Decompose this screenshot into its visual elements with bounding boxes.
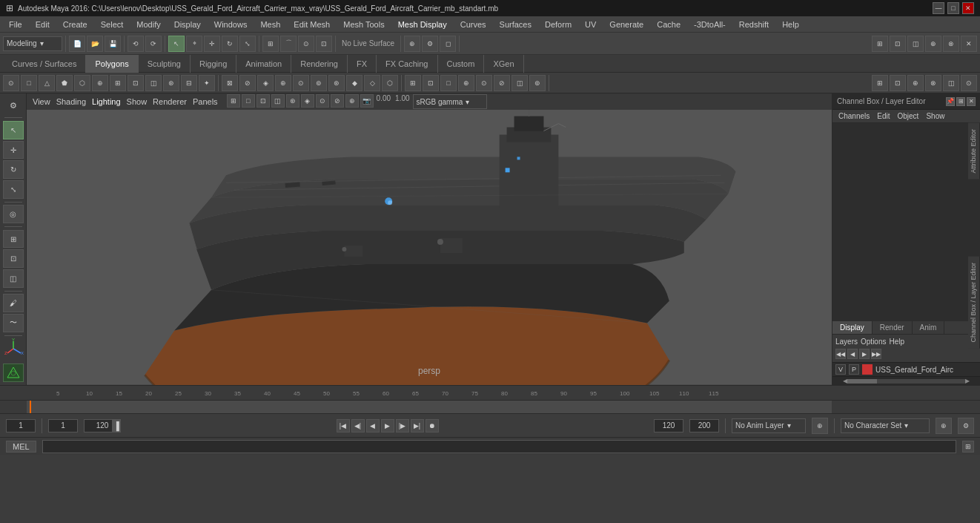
poly-tool-20[interactable]: ◆ [346,75,362,91]
open-scene-icon[interactable]: 📂 [87,36,103,52]
right-poly-icon-2[interactable]: ⊡ [890,75,906,91]
menu-mesh-tools[interactable]: Mesh Tools [337,17,390,32]
menu-3dto-all[interactable]: -3DtoAll- [688,17,732,32]
viewport-menu-view[interactable]: View [33,97,50,106]
move-tool-btn[interactable]: ✛ [3,141,24,159]
go-to-end-btn[interactable]: ▶| [411,419,424,432]
right-poly-icon-5[interactable]: ◫ [943,75,959,91]
right-icon-1[interactable]: ⊞ [872,36,888,52]
attribute-editor-tab[interactable]: Attribute Editor [968,123,980,180]
snap-curve-icon[interactable]: ⌒ [280,36,297,52]
char-set-dropdown[interactable]: No Character Set ▾ [841,418,930,433]
vp-tool-1[interactable]: ⊞ [227,94,240,108]
tab-sculpting[interactable]: Sculpting [139,55,191,73]
right-icon-6[interactable]: ✕ [961,36,977,52]
gamma-dropdown[interactable]: sRGB gamma ▾ [413,94,487,109]
lasso-tool-icon[interactable]: ⌖ [186,36,202,52]
undo-icon[interactable]: ⟲ [128,36,144,52]
poly-tool-16[interactable]: ⊕ [275,75,291,91]
tab-fx-caching[interactable]: FX Caching [377,55,437,73]
snap-grid-icon[interactable]: ⊞ [262,36,279,52]
poly-tool-12[interactable]: ✦ [199,75,215,91]
tab-rendering[interactable]: Rendering [291,55,348,73]
poly-tool-3[interactable]: △ [39,75,55,91]
viewport-menu-renderer[interactable]: Renderer [153,97,187,106]
move-tool-icon[interactable]: ✛ [204,36,220,52]
vp-tool-6[interactable]: ◈ [301,94,314,108]
anim-layer-dropdown[interactable]: No Anim Layer ▾ [732,418,806,433]
layers-menu-help[interactable]: Help [889,338,904,346]
cb-menu-edit[interactable]: Edit [874,111,893,121]
status-icon-1[interactable]: ⊞ [962,441,974,453]
menu-edit[interactable]: Edit [30,17,56,32]
scroll-right-arrow[interactable]: ▶ [965,378,970,384]
view-btn-3[interactable]: ◫ [3,269,24,288]
channel-box-close-icon[interactable]: ✕ [967,97,976,106]
play-forward-btn[interactable]: ▶ [381,419,394,432]
poly-tool-29[interactable]: ◫ [511,75,528,91]
step-back-btn[interactable]: ◀| [351,419,365,432]
poly-tool-24[interactable]: ⊡ [423,75,439,91]
new-scene-icon[interactable]: 📄 [69,36,85,52]
layer-playback-btn[interactable]: P [849,364,859,375]
poly-tool-14[interactable]: ⊘ [239,75,256,91]
paint-btn[interactable]: 🖌 [3,294,24,312]
select-tool-btn[interactable]: ↖ [3,121,24,139]
menu-surfaces[interactable]: Surfaces [494,17,537,32]
range-end-2-field[interactable]: 120 [654,419,683,432]
mode-dropdown[interactable]: Modeling ▾ [3,36,62,51]
poly-tool-23[interactable]: ⊞ [405,75,421,91]
poly-tool-27[interactable]: ⊙ [476,75,492,91]
vp-tool-3[interactable]: ⊡ [256,94,270,108]
right-icon-5[interactable]: ⊗ [943,36,959,52]
poly-tool-25[interactable]: □ [440,75,457,91]
poly-tool-30[interactable]: ⊚ [529,75,546,91]
layers-menu-options[interactable]: Options [861,338,886,346]
hardware-render-icon[interactable]: ◻ [440,36,456,52]
poly-tool-10[interactable]: ⊛ [163,75,179,91]
menu-help[interactable]: Help [776,17,805,32]
tab-anim[interactable]: Anim [913,321,945,334]
cb-menu-show[interactable]: Show [923,111,947,121]
minimize-button[interactable]: — [933,2,944,14]
menu-mesh[interactable]: Mesh [254,17,286,32]
menu-create[interactable]: Create [57,17,93,32]
menu-deform[interactable]: Deform [539,17,577,32]
step-forward-btn[interactable]: |▶ [396,419,409,432]
char-set-icon-1[interactable]: ⊕ [936,418,952,434]
poly-tool-28[interactable]: ⊘ [494,75,510,91]
menu-generate[interactable]: Generate [603,17,649,32]
right-poly-icon-6[interactable]: ⊙ [961,75,977,91]
poly-tool-6[interactable]: ⊕ [92,75,108,91]
tab-curves-surfaces[interactable]: Curves / Surfaces [3,55,86,73]
layer-icon-4[interactable]: ▶▶ [871,349,881,359]
menu-windows[interactable]: Windows [208,17,254,32]
tab-animation[interactable]: Animation [236,55,291,73]
menu-redshift[interactable]: Redshift [733,17,775,32]
layer-icon-1[interactable]: ◀◀ [835,349,846,359]
poly-tool-8[interactable]: ⊡ [128,75,144,91]
layers-menu-layers[interactable]: Layers [835,338,858,346]
menu-cache[interactable]: Cache [651,17,686,32]
poly-tool-2[interactable]: □ [21,75,37,91]
vp-tool-7[interactable]: ⊙ [316,94,329,108]
anim-layer-icon[interactable]: ⊕ [812,418,828,434]
view-btn-1[interactable]: ⊞ [3,230,24,249]
viewport-menu-shading[interactable]: Shading [56,97,86,106]
channel-box-layer-editor-tab[interactable]: Channel Box / Layer Editor [968,257,980,349]
render-settings-icon[interactable]: ⚙ [422,36,438,52]
timeline-bar[interactable] [27,401,832,413]
tab-custom[interactable]: Custom [438,55,485,73]
menu-edit-mesh[interactable]: Edit Mesh [288,17,336,32]
title-bar-controls[interactable]: — □ ✕ [933,2,974,14]
right-poly-icon-3[interactable]: ⊕ [907,75,924,91]
poly-tool-9[interactable]: ◫ [145,75,162,91]
save-scene-icon[interactable]: 💾 [105,36,121,52]
command-input[interactable] [42,440,956,453]
close-button[interactable]: ✕ [962,2,974,14]
layer-icon-3[interactable]: ▶ [859,349,870,359]
vp-tool-5[interactable]: ⊛ [286,94,299,108]
tab-rigging[interactable]: Rigging [191,55,236,73]
right-poly-icon-1[interactable]: ⊞ [872,75,888,91]
viewport-3d[interactable]: View Shading Lighting Show Renderer Pane… [27,93,832,385]
